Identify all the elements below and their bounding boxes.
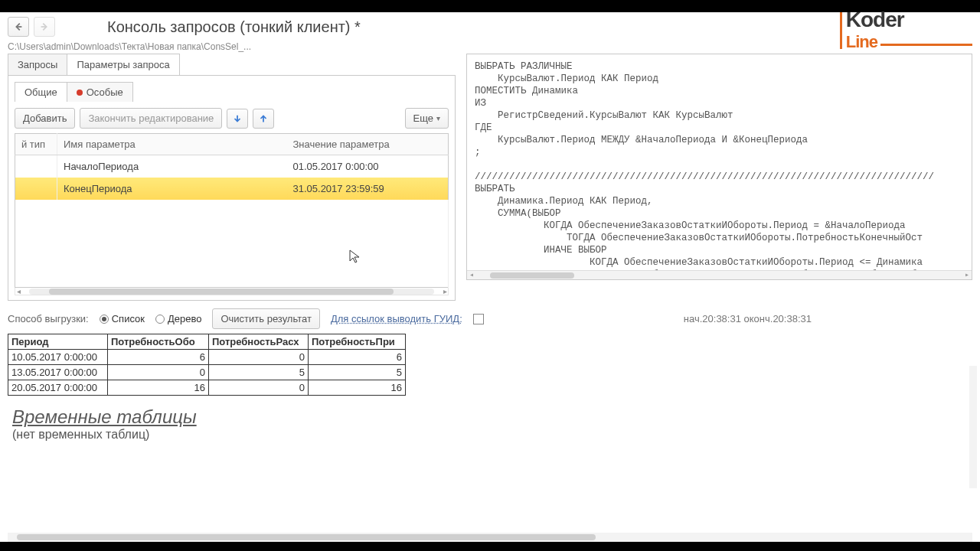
warning-icon (77, 90, 83, 96)
subtab-common[interactable]: Общие (15, 82, 67, 102)
clear-result-button[interactable]: Очистить результат (212, 308, 319, 329)
page-horizontal-scrollbar[interactable] (8, 533, 972, 542)
param-row[interactable]: НачалоПериода 01.05.2017 0:00:00 (15, 155, 449, 178)
param-row[interactable]: КонецПериода 31.05.2017 23:59:59 (15, 178, 449, 200)
col-type-header[interactable]: й тип (15, 134, 57, 155)
param-value: 01.05.2017 0:00:00 (287, 155, 449, 178)
horizontal-scrollbar[interactable]: ◂▸ (15, 288, 449, 295)
code-horizontal-scrollbar[interactable]: ◂▸ (467, 270, 972, 279)
param-name: КонецПериода (57, 178, 287, 200)
nav-back-button[interactable] (8, 17, 29, 37)
nav-forward-button[interactable] (34, 17, 55, 37)
radio-tree-label: Дерево (168, 313, 201, 324)
param-name: НачалоПериода (57, 155, 287, 178)
query-code-text: ВЫБРАТЬ РАЗЛИЧНЫЕ КурсыВалют.Период КАК … (475, 61, 934, 280)
result-header[interactable]: ПотребностьРасх (209, 334, 309, 350)
result-row[interactable]: 10.05.2017 0:00:00606 (8, 350, 406, 365)
param-value: 31.05.2017 23:59:59 (287, 178, 449, 200)
finish-editing-button[interactable]: Закончить редактирование (80, 108, 222, 129)
brand-logo: Koder Line (846, 8, 972, 52)
result-table[interactable]: Период ПотребностьОбо ПотребностьРасх По… (8, 334, 406, 396)
result-header[interactable]: Период (8, 334, 108, 350)
arrow-right-icon (39, 21, 50, 32)
arrow-left-icon (13, 21, 24, 32)
result-header[interactable]: ПотребностьПри (309, 334, 406, 350)
export-mode-label: Способ выгрузки: (8, 313, 89, 324)
timing-info: нач.20:38:31 оконч.20:38:31 (684, 313, 972, 324)
temp-tables-empty: (нет временных таблиц) (0, 428, 980, 442)
result-row[interactable]: 20.05.2017 0:00:0016016 (8, 380, 406, 396)
subtab-special[interactable]: Особые (67, 82, 133, 102)
more-button[interactable]: Еще ▾ (405, 108, 449, 129)
result-vertical-scrollbar[interactable] (969, 366, 977, 488)
chevron-down-icon: ▾ (436, 114, 440, 122)
temp-tables-title: Временные таблицы (0, 396, 980, 428)
query-code-editor[interactable]: ВЫБРАТЬ РАЗЛИЧНЫЕ КурсыВалют.Период КАК … (466, 54, 972, 280)
arrow-down-icon (232, 113, 243, 124)
arrow-up-icon (258, 113, 269, 124)
add-button[interactable]: Добавить (15, 108, 75, 129)
tab-query-params[interactable]: Параметры запроса (67, 54, 179, 75)
result-row[interactable]: 13.05.2017 0:00:00055 (8, 365, 406, 380)
more-button-label: Еще (413, 112, 433, 124)
radio-list[interactable]: Список (100, 313, 145, 324)
col-name-header[interactable]: Имя параметра (57, 134, 287, 155)
checkbox-output-guid[interactable] (473, 314, 484, 324)
move-down-button[interactable] (227, 109, 248, 129)
move-up-button[interactable] (253, 109, 274, 129)
radio-tree[interactable]: Дерево (155, 313, 201, 324)
tab-queries[interactable]: Запросы (8, 54, 67, 75)
radio-list-label: Список (112, 313, 145, 324)
result-header[interactable]: ПотребностьОбо (108, 334, 209, 350)
subtab-special-label: Особые (87, 86, 123, 98)
link-output-guid[interactable]: Для ссылок выводить ГУИД: (331, 313, 462, 324)
window-title: Консоль запросов (тонкий клиент) * (107, 18, 361, 36)
col-value-header[interactable]: Значение параметра (287, 134, 449, 155)
file-path: C:\Users\admin\Downloads\Текта\Новая пап… (0, 37, 980, 54)
